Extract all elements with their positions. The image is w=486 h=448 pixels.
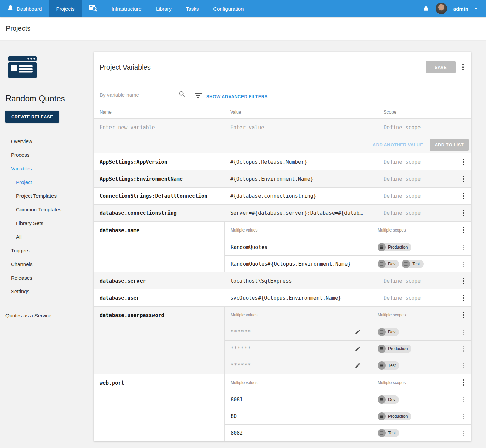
variable-value[interactable]: RandomQuotes [225,244,378,250]
sidebar-item-project-templates[interactable]: Project Templates [5,189,94,203]
row-overflow-menu-icon[interactable] [461,226,466,235]
sidebar-item-triggers[interactable]: Triggers [5,243,94,257]
nav-item-dashboard[interactable]: Dashboard [0,0,49,17]
sidebar-item-releases[interactable]: Releases [5,271,94,284]
row-overflow-menu-icon[interactable] [461,345,466,353]
row-overflow-menu-icon[interactable] [461,328,466,336]
variable-value[interactable]: localhost\SqlExpress [224,278,378,284]
bell-icon[interactable] [423,5,429,12]
variable-search-input[interactable]: By variable name [100,91,186,101]
filter-list-icon[interactable] [195,93,202,98]
variable-value[interactable]: ****** [225,329,378,335]
nav-item-library[interactable]: Library [149,0,179,17]
variable-value[interactable]: RandomQuotes#{Octopus.Environment.Name} [225,261,378,267]
variable-name[interactable]: database.server [94,278,224,284]
save-button[interactable]: SAVE [426,61,456,73]
scope-chip[interactable]: Dev [378,395,399,404]
row-overflow-menu-icon[interactable] [461,429,466,437]
variable-value[interactable]: Server=#{database.server};Database=#{dat… [224,210,378,216]
nav-item-infrastructure[interactable]: Infrastructure [104,0,149,17]
row-overflow-menu-icon[interactable] [461,413,466,420]
new-variable-scope-input[interactable]: Define scope [378,124,471,131]
scope-chip[interactable]: Production [378,345,411,353]
row-overflow-menu-icon[interactable] [461,243,466,251]
card-overflow-menu-icon[interactable] [460,63,466,72]
user-name[interactable]: admin [453,6,468,12]
row-overflow-menu-icon[interactable] [461,311,466,319]
sidebar-item-common-templates[interactable]: Common Templates [5,203,94,216]
show-advanced-filters-link[interactable]: SHOW ADVANCED FILTERS [206,94,267,99]
variable-value[interactable]: #{database.connectionstring} [224,193,378,199]
variable-value[interactable]: ****** [225,346,378,352]
variable-value[interactable]: ****** [225,362,378,369]
scope-chip[interactable]: Dev [378,328,399,336]
pencil-icon[interactable] [355,346,361,352]
variable-scope-define[interactable]: Define scope [378,210,456,216]
sidebar-item-settings[interactable]: Settings [5,284,94,298]
variable-value[interactable]: svcQuotes#{Octopus.Environment.Name} [224,295,378,301]
sidebar-group-label[interactable]: Quotes as a Service [5,309,94,322]
variable-name[interactable]: web.port [94,374,224,441]
row-overflow-menu-icon[interactable] [461,362,466,370]
variable-value[interactable]: 80 [225,413,378,419]
sidebar-item-variables[interactable]: Variables [5,162,94,175]
variable-name[interactable]: database.name [94,222,224,272]
pencil-icon[interactable] [355,329,361,335]
sidebar-item-all[interactable]: All [5,230,94,243]
sidebar-item-overview[interactable]: Overview [5,134,94,148]
variable-scope-define[interactable]: Define scope [378,193,456,199]
nav-item-tasks[interactable]: Tasks [179,0,206,17]
avatar[interactable] [436,3,447,14]
scope-chip[interactable]: Dev [378,260,399,268]
variable-name[interactable]: database.user [94,295,224,301]
variable-name[interactable]: database.connectionstring [94,210,224,216]
new-variable-name-input[interactable]: Enter new variable [94,124,224,131]
sidebar-item-process[interactable]: Process [5,148,94,162]
variable-name[interactable]: ConnectionStrings:DefaultConnection [94,193,224,199]
variable-scope-define[interactable]: Define scope [378,278,456,284]
scope-chip[interactable]: Test [402,260,424,268]
chevron-down-icon[interactable] [474,8,478,10]
row-overflow-menu-icon[interactable] [461,158,466,166]
row-overflow-menu-icon[interactable] [461,260,466,268]
row-overflow-menu-icon[interactable] [461,396,466,404]
variable-name[interactable]: AppSettings:EnvironmentName [94,176,224,182]
row-overflow-menu-icon[interactable] [461,378,466,387]
variable-scopes: Production [378,345,456,353]
variable-value[interactable]: 8081 [225,397,378,403]
variable-value[interactable]: #{Octopus.Environment.Name} [224,176,378,182]
row-overflow-menu-icon[interactable] [461,277,466,285]
row-overflow-menu-icon[interactable] [461,175,466,183]
nav-search-tab[interactable] [82,0,104,17]
variable-name[interactable]: AppSettings:AppVersion [94,159,224,165]
variable-value[interactable]: 8082 [225,430,378,436]
add-another-value-link[interactable]: ADD ANOTHER VALUE [373,142,423,147]
variable-scope-define[interactable]: Define scope [378,176,456,182]
row-overflow-menu-icon[interactable] [461,192,466,200]
scope-chip[interactable]: Test [378,429,399,437]
scope-chip[interactable]: Test [378,361,399,370]
create-release-button[interactable]: CREATE RELEASE [5,111,59,123]
variable-scope-define[interactable]: Define scope [378,295,456,301]
search-placeholder: By variable name [100,92,139,98]
multiple-scopes-label: Multiple scopes [378,228,456,233]
variable-name[interactable]: database.userpassword [94,307,224,374]
sidebar-item-channels[interactable]: Channels [5,257,94,271]
scope-chip[interactable]: Production [378,412,411,420]
row-overflow-menu-icon[interactable] [461,209,466,218]
variable-row: database.usersvcQuotes#{Octopus.Environm… [94,289,471,306]
pencil-icon[interactable] [355,362,361,369]
variable-row: AppSettings:AppVersion#{Octopus.Release.… [94,153,471,170]
nav-item-projects[interactable]: Projects [49,0,82,17]
project-variables-card: Project Variables SAVE By variable name [94,52,471,441]
nav-item-configuration[interactable]: Configuration [206,0,251,17]
new-variable-value-input[interactable]: Enter value [224,124,378,131]
sidebar-item-project[interactable]: Project [5,175,94,189]
sidebar-item-library-sets[interactable]: Library Sets [5,216,94,230]
scope-chip[interactable]: Production [378,243,411,251]
variable-scope-define[interactable]: Define scope [378,159,456,165]
variable-value[interactable]: #{Octopus.Release.Number} [224,159,378,165]
variable-row-multi: database.userpasswordMultiple valuesMult… [94,306,471,374]
add-to-list-button[interactable]: ADD TO LIST [430,139,469,151]
row-overflow-menu-icon[interactable] [461,294,466,302]
